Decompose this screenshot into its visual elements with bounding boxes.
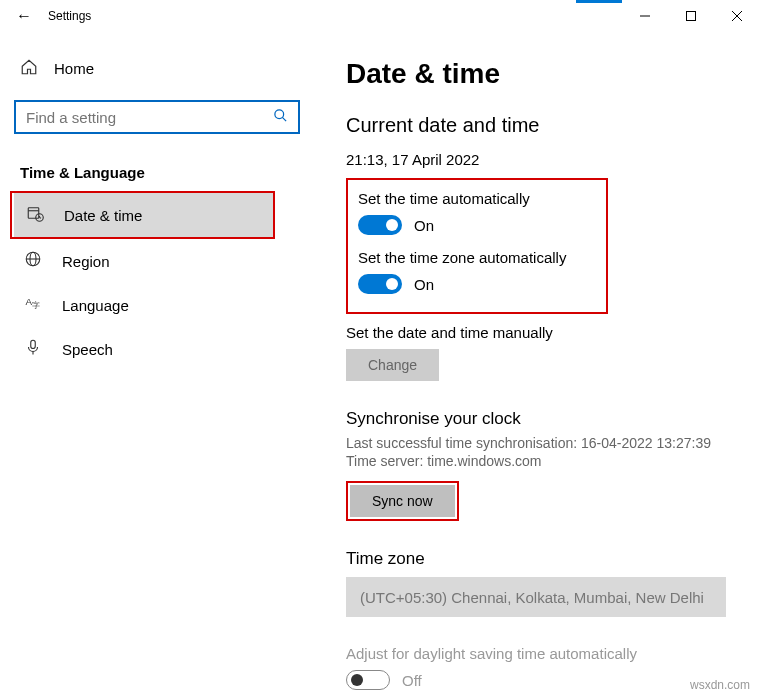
highlight-box-sync: Sync now — [346, 481, 459, 521]
home-label: Home — [54, 60, 94, 77]
minimize-icon — [640, 11, 650, 21]
sidebar-item-region[interactable]: Region — [0, 239, 318, 283]
titlebar: ← Settings — [0, 0, 760, 32]
window-title: Settings — [48, 9, 91, 23]
sidebar-item-speech[interactable]: Speech — [0, 327, 318, 371]
sidebar-category: Time & Language — [20, 164, 304, 181]
home-icon — [20, 58, 38, 79]
auto-time-state: On — [414, 217, 434, 234]
back-button[interactable]: ← — [0, 7, 48, 25]
sync-server: Time server: time.windows.com — [346, 453, 732, 469]
highlight-box-datetime: Date & time — [10, 191, 275, 239]
sync-last: Last successful time synchronisation: 16… — [346, 435, 732, 451]
sidebar-item-label: Language — [62, 297, 129, 314]
timezone-heading: Time zone — [346, 549, 732, 569]
sidebar: Home Time & Language Date & time Region — [0, 32, 318, 700]
dst-toggle — [346, 670, 390, 690]
search-input[interactable] — [14, 100, 300, 134]
page-subtitle: Current date and time — [346, 114, 732, 137]
highlight-box-auto-settings: Set the time automatically On Set the ti… — [346, 178, 608, 314]
accent-tab-indicator — [576, 0, 622, 3]
close-button[interactable] — [714, 0, 760, 32]
timezone-value: (UTC+05:30) Chennai, Kolkata, Mumbai, Ne… — [360, 589, 704, 606]
maximize-icon — [686, 11, 696, 21]
sidebar-item-label: Speech — [62, 341, 113, 358]
dst-state: Off — [402, 672, 422, 689]
timezone-select: (UTC+05:30) Chennai, Kolkata, Mumbai, Ne… — [346, 577, 726, 617]
minimize-button[interactable] — [622, 0, 668, 32]
svg-line-10 — [40, 218, 42, 219]
maximize-button[interactable] — [668, 0, 714, 32]
content-pane: Date & time Current date and time 21:13,… — [318, 32, 760, 700]
sync-now-button[interactable]: Sync now — [350, 485, 455, 517]
sidebar-item-label: Date & time — [64, 207, 142, 224]
search-field[interactable] — [26, 109, 273, 126]
close-icon — [732, 11, 742, 21]
sidebar-item-date-time[interactable]: Date & time — [14, 193, 273, 237]
globe-icon — [24, 250, 42, 272]
watermark: wsxdn.com — [690, 678, 750, 692]
auto-tz-toggle[interactable] — [358, 274, 402, 294]
calendar-clock-icon — [26, 204, 44, 226]
auto-time-label: Set the time automatically — [358, 190, 596, 207]
svg-text:A: A — [26, 296, 33, 307]
auto-tz-state: On — [414, 276, 434, 293]
auto-time-toggle[interactable] — [358, 215, 402, 235]
svg-text:字: 字 — [32, 301, 40, 310]
svg-rect-1 — [687, 12, 696, 21]
svg-point-4 — [275, 110, 284, 119]
svg-line-5 — [282, 117, 286, 121]
dst-label: Adjust for daylight saving time automati… — [346, 645, 732, 662]
sync-heading: Synchronise your clock — [346, 409, 732, 429]
microphone-icon — [24, 338, 42, 360]
svg-rect-6 — [28, 208, 39, 219]
search-icon — [273, 108, 288, 126]
sidebar-item-label: Region — [62, 253, 110, 270]
svg-rect-16 — [31, 340, 36, 348]
manual-label: Set the date and time manually — [346, 324, 732, 341]
current-datetime: 21:13, 17 April 2022 — [346, 151, 732, 168]
home-link[interactable]: Home — [14, 48, 304, 88]
auto-tz-label: Set the time zone automatically — [358, 249, 596, 266]
language-icon: A字 — [24, 294, 42, 316]
change-button: Change — [346, 349, 439, 381]
page-title: Date & time — [346, 58, 732, 90]
sidebar-item-language[interactable]: A字 Language — [0, 283, 318, 327]
